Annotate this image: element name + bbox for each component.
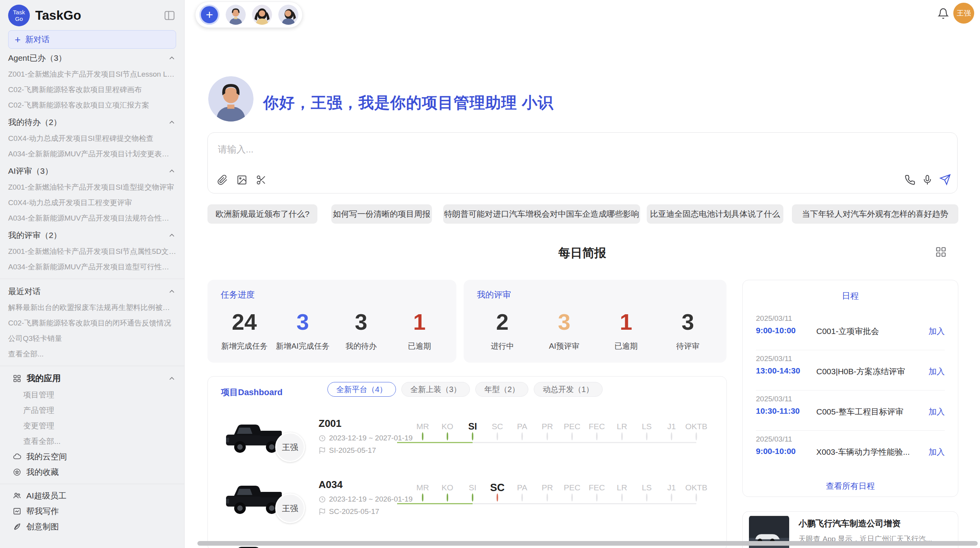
horizontal-scrollbar[interactable] xyxy=(197,541,978,546)
section-title: 最近对话 xyxy=(8,286,41,297)
join-link[interactable]: 加入 xyxy=(929,366,945,377)
attachment-icon[interactable] xyxy=(217,175,228,187)
agent-avatar-2[interactable] xyxy=(252,5,272,25)
chat-input[interactable] xyxy=(218,141,528,158)
scissors-icon[interactable] xyxy=(256,175,267,187)
my-review-card: 我的评审 2 进行中 3 AI预评审 1 已逾期 3 待评审 xyxy=(464,280,726,363)
card-title: 任务进度 xyxy=(221,289,255,301)
section-my-todo[interactable]: 我的待办 （2） xyxy=(8,114,176,131)
stat-new-done: 24 新增完成任务 xyxy=(215,309,274,351)
image-upload-icon[interactable] xyxy=(236,175,247,187)
milestone-node xyxy=(547,493,548,502)
plus-icon: + xyxy=(206,8,213,22)
join-link[interactable]: 加入 xyxy=(929,326,945,337)
cloud-space-label: 我的云空间 xyxy=(26,451,67,462)
help-write-label: 帮我写作 xyxy=(26,506,59,517)
view-all-apps[interactable]: 查看全部... xyxy=(8,433,176,449)
list-item[interactable]: C0X4-动力总成开发项目工程变更评审 xyxy=(8,195,176,211)
grid-icon xyxy=(13,374,21,383)
new-chat-label: 新对话 xyxy=(25,34,50,45)
section-ai-review[interactable]: AI评审 （3） xyxy=(8,163,176,180)
event-title: C001-立项审批会 xyxy=(816,326,879,337)
app-item-project-mgmt[interactable]: 项目管理 xyxy=(8,387,176,402)
sidebar-item-my-apps[interactable]: 我的应用 xyxy=(8,370,176,387)
tab-new-body[interactable]: 全新上装（3） xyxy=(401,382,470,397)
suggestion-chip[interactable]: 欧洲新规最近颁布了什么? xyxy=(207,204,317,224)
stat-review-overdue: 1 已逾期 xyxy=(595,309,657,351)
list-item[interactable]: A034-全新新能源MUV产品开发项目造型可行性评审 xyxy=(8,259,176,275)
suggestion-chip[interactable]: 当下年轻人对汽车外观有怎样的喜好趋势 xyxy=(792,204,958,224)
list-item[interactable]: Z001-全新燃油轻卡产品开发项目SI造型提交物评审 xyxy=(8,180,176,195)
task-progress-card: 任务进度 24 新增完成任务 3 新增AI完成任务 3 我的待办 1 已逾期 xyxy=(207,280,456,363)
news-title: 小鹏飞行汽车制造公司增资 xyxy=(798,518,952,529)
divider xyxy=(0,366,184,366)
chevron-up-icon xyxy=(168,118,176,127)
milestone-timeline: MR KO SI SC PA PR PEC FEC LR LS J1 OKTB xyxy=(410,415,716,458)
stat-ai-prereview: 3 AI预评审 xyxy=(533,309,595,351)
layout-grid-icon[interactable] xyxy=(935,246,947,259)
app-item-change-mgmt[interactable]: 变更管理 xyxy=(8,418,176,433)
notification-bell-icon[interactable] xyxy=(937,8,949,21)
list-item[interactable]: C02-飞腾新能源轻客改款项目里程碑画布 xyxy=(8,82,176,98)
view-all-schedule-link[interactable]: 查看所有日程 xyxy=(743,481,958,491)
list-item[interactable]: A034-全新新能源MUV产品开发项目计划变更表编写 xyxy=(8,146,176,162)
join-link[interactable]: 加入 xyxy=(929,406,945,417)
milestone-node xyxy=(521,493,523,502)
suggestion-chip[interactable]: 特朗普可能对进口汽车增税会对中国车企造成哪些影响 xyxy=(443,204,640,224)
list-item[interactable]: C0X4-动力总成开发项目SI里程碑提交物检查 xyxy=(8,131,176,146)
microphone-icon[interactable] xyxy=(922,175,933,187)
add-agent-button[interactable]: + xyxy=(199,5,219,25)
sidebar-item-creative-draw[interactable]: 创意制图 xyxy=(8,519,176,534)
section-count: （3） xyxy=(32,166,53,176)
send-icon[interactable] xyxy=(939,174,951,187)
agent-avatar-1[interactable] xyxy=(226,5,246,25)
app-title: TaskGo xyxy=(35,8,81,23)
section-title: 我的评审 xyxy=(8,230,41,241)
app-item-product-mgmt[interactable]: 产品管理 xyxy=(8,402,176,418)
suggestion-chip[interactable]: 比亚迪全固态电池计划具体说了什么 xyxy=(647,204,783,224)
section-recent-chats[interactable]: 最近对话 xyxy=(8,283,176,300)
sidebar-item-cloud-space[interactable]: 我的云空间 xyxy=(8,449,176,464)
list-item[interactable]: 解释最新出台的欧盟报废车法规再生塑料比例被调至15%... xyxy=(8,300,176,315)
milestone-node xyxy=(596,493,598,502)
list-item[interactable]: 公司Q3轻卡销量 xyxy=(8,331,176,346)
list-item[interactable]: Z001-全新燃油皮卡产品开发项目SI节点Lesson Learn报告 xyxy=(8,67,176,82)
schedule-panel: 日程 2025/03/11 9:00-10:00 C001-立项审批会 加入 2… xyxy=(742,280,958,497)
user-avatar[interactable]: 王强 xyxy=(953,3,974,24)
section-agent-done[interactable]: Agent已办 （3） xyxy=(8,50,176,67)
owner-badge: 王强 xyxy=(275,432,305,462)
tab-powertrain[interactable]: 动总开发（1） xyxy=(534,382,602,397)
phone-icon[interactable] xyxy=(905,175,915,187)
section-my-review[interactable]: 我的评审 （2） xyxy=(8,227,176,244)
milestone-node-current xyxy=(472,432,473,440)
sidebar-item-favorites[interactable]: 我的收藏 xyxy=(8,464,176,480)
list-item[interactable]: C02-飞腾新能源轻客改款项目立项汇报方案 xyxy=(8,98,176,113)
list-item[interactable]: C02-飞腾新能源轻客改款项目的闭环通告反馈情况 xyxy=(8,315,176,331)
sidebar-item-ai-staff[interactable]: AI超级员工 xyxy=(8,488,176,503)
favorites-label: 我的收藏 xyxy=(26,467,59,478)
section-count: （2） xyxy=(41,230,62,241)
tab-model-year[interactable]: 年型（2） xyxy=(475,382,528,397)
agent-avatar-3[interactable] xyxy=(278,5,298,25)
section-count: （3） xyxy=(46,53,67,63)
tab-new-platform[interactable]: 全新平台（4） xyxy=(327,382,396,397)
list-item[interactable]: Z001-全新燃油轻卡产品开发项目SI节点属性5D文件评审 xyxy=(8,244,176,259)
chevron-up-icon xyxy=(168,231,176,240)
new-chat-button[interactable]: + 新对话 xyxy=(8,30,176,49)
stat-in-progress: 2 进行中 xyxy=(471,309,533,351)
view-all-chats[interactable]: 查看全部... xyxy=(8,346,176,362)
sidebar-item-help-write[interactable]: 帮我写作 xyxy=(8,503,176,519)
suggestion-chip[interactable]: 如何写一份清晰的项目周报 xyxy=(331,204,432,224)
agent-switcher: + xyxy=(195,2,303,28)
milestone-node xyxy=(596,432,598,440)
project-dates: 2023-12-19 ~ 2027-01-19 xyxy=(319,434,413,442)
section-title: Agent已办 xyxy=(8,53,46,63)
collapse-sidebar-icon[interactable] xyxy=(164,10,175,22)
pen-icon xyxy=(13,522,21,531)
people-icon xyxy=(13,491,21,500)
star-badge-icon xyxy=(13,468,21,476)
join-link[interactable]: 加入 xyxy=(929,447,945,457)
list-item[interactable]: A034-全新新能源MUV产品开发项目法规符合性评审 xyxy=(8,211,176,226)
section-title: AI评审 xyxy=(8,166,32,176)
project-dashboard-panel: 项目Dashboard 全新平台（4） 全新上装（3） 年型（2） 动总开发（1… xyxy=(207,376,727,548)
